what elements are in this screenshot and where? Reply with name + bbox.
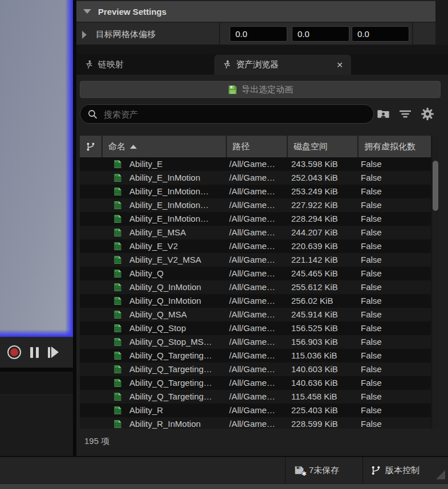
asset-virtualized: False [361, 376, 423, 390]
asset-disk-size: 115.036 KiB [291, 349, 360, 362]
left-panel-divider [0, 368, 73, 372]
table-row[interactable]: Ability_E /All/Game… 243.598 KiB False [80, 157, 431, 171]
target-mesh-offset-label: 目标网格体偏移 [96, 23, 156, 45]
table-row[interactable]: Ability_Q_MSA /All/Game… 245.914 KiB Fal… [80, 308, 431, 321]
asset-path: /All/Game… [229, 390, 289, 404]
settings-gear-icon[interactable] [421, 107, 434, 121]
search-icon [88, 109, 97, 119]
column-header-disk-size[interactable]: 磁盘空间 [288, 136, 357, 157]
animation-asset-icon [113, 160, 122, 169]
record-button[interactable] [7, 345, 21, 359]
table-row[interactable]: Ability_Q_InMotion /All/Game… 255.612 Ki… [80, 280, 431, 294]
table-row[interactable]: Ability_E_InMotion… /All/Game… 253.249 K… [80, 185, 431, 198]
unsaved-label: 7未保存 [309, 465, 339, 476]
table-row[interactable]: Ability_Q_InMotion /All/Game… 256.02 KiB… [80, 294, 431, 308]
table-row[interactable]: Ability_R_InMotion /All/Game… 228.599 Ki… [80, 417, 431, 429]
step-forward-icon [48, 347, 50, 358]
export-button-label: 导出选定动画 [242, 84, 293, 95]
column-header-chain[interactable] [80, 136, 101, 157]
source-control-button[interactable]: 版本控制 [371, 457, 420, 483]
filter-icon[interactable] [400, 109, 411, 119]
search-input[interactable] [103, 109, 366, 120]
pause-icon [36, 347, 39, 358]
animation-asset-icon [113, 269, 122, 278]
right-panel: Preview Settings 目标网格体偏移 链映射 资产浏览器 ✕ [76, 0, 448, 456]
asset-path: /All/Game… [229, 362, 289, 376]
column-label: 路径 [233, 141, 250, 152]
column-header-path[interactable]: 路径 [227, 136, 287, 157]
asset-name: Ability_Q_Targeting… [129, 390, 227, 404]
asset-virtualized: False [361, 185, 423, 198]
pause-icon [30, 347, 33, 358]
asset-name: Ability_E_InMotion [129, 171, 227, 185]
3d-preview-viewport[interactable] [0, 0, 73, 337]
asset-path: /All/Game… [229, 294, 289, 308]
asset-name: Ability_Q_Targeting… [129, 376, 227, 390]
table-row[interactable]: Ability_Q_Targeting… /All/Game… 115.458 … [80, 390, 431, 404]
column-header-virtualized[interactable]: 拥有虚拟化数 [359, 136, 431, 157]
table-row[interactable]: Ability_E_InMotion… /All/Game… 227.922 K… [80, 198, 431, 212]
animation-asset-icon [113, 406, 122, 415]
table-row[interactable]: Ability_E_MSA /All/Game… 244.207 KiB Fal… [80, 226, 431, 239]
search-box [80, 104, 374, 124]
tab-label: 链映射 [98, 59, 124, 70]
asset-name: Ability_Q [129, 267, 227, 280]
export-selected-animations-button[interactable]: 导出选定动画 [80, 81, 441, 98]
saved-search-folder-icon[interactable] [377, 109, 390, 119]
asset-virtualized: False [361, 226, 423, 239]
table-row[interactable]: Ability_E_InMotion /All/Game… 252.043 Ki… [80, 171, 431, 185]
asset-name: Ability_E_V2_MSA [129, 253, 227, 267]
tab-asset-browser[interactable]: 资产浏览器 ✕ [214, 55, 351, 75]
asset-name: Ability_R_InMotion [129, 417, 227, 429]
target-mesh-offset-row: 目标网格体偏移 [76, 23, 435, 45]
scrollbar-thumb[interactable] [433, 161, 438, 211]
table-row[interactable]: Ability_R /All/Game… 225.403 KiB False [80, 404, 431, 417]
asset-disk-size: 243.598 KiB [291, 157, 360, 171]
unsaved-files-button[interactable]: ✱ 7未保存 [294, 457, 339, 483]
asset-disk-size: 253.249 KiB [291, 185, 360, 198]
offset-z-field[interactable] [352, 26, 409, 42]
table-row[interactable]: Ability_Q /All/Game… 245.465 KiB False [80, 267, 431, 280]
status-bar: ✱ 7未保存 版本控制 [0, 456, 448, 483]
table-row[interactable]: Ability_E_InMotion… /All/Game… 228.294 K… [80, 212, 431, 226]
offset-x-field[interactable] [230, 26, 287, 42]
table-row[interactable]: Ability_Q_Targeting… /All/Game… 140.636 … [80, 376, 431, 390]
asset-disk-size: 228.599 KiB [291, 417, 360, 429]
animation-asset-icon [113, 201, 122, 210]
asset-virtualized: False [361, 267, 423, 280]
column-header-name[interactable]: 命名 [103, 136, 226, 157]
table-row[interactable]: Ability_Q_Stop /All/Game… 156.525 KiB Fa… [80, 321, 431, 335]
expand-arrow-icon[interactable] [82, 31, 87, 39]
table-row[interactable]: Ability_E_V2_MSA /All/Game… 221.142 KiB … [80, 253, 431, 267]
asset-path: /All/Game… [229, 185, 289, 198]
asset-virtualized: False [361, 198, 423, 212]
column-label: 命名 [108, 141, 125, 152]
vertical-scrollbar[interactable] [432, 136, 439, 429]
window-resize-grip[interactable] [436, 470, 445, 479]
collapse-arrow-icon [83, 9, 91, 14]
asset-disk-size: 256.02 KiB [291, 294, 360, 308]
offset-y-field[interactable] [292, 26, 349, 42]
table-row[interactable]: Ability_Q_Stop_MS… /All/Game… 156.903 Ki… [80, 335, 431, 349]
asset-name: Ability_E_InMotion… [129, 198, 227, 212]
asset-virtualized: False [361, 171, 423, 185]
close-tab-icon[interactable]: ✕ [336, 60, 343, 70]
asset-name: Ability_R [129, 404, 227, 417]
asset-disk-size: 140.636 KiB [291, 376, 360, 390]
animation-asset-icon [113, 173, 122, 182]
source-control-label: 版本控制 [385, 465, 420, 476]
step-forward-button[interactable] [48, 347, 59, 358]
table-row[interactable]: Ability_E_V2 /All/Game… 220.639 KiB Fals… [80, 239, 431, 253]
table-row[interactable]: Ability_Q_Targeting… /All/Game… 140.603 … [80, 362, 431, 376]
preview-settings-header[interactable]: Preview Settings [76, 1, 435, 22]
tab-chain-mapping[interactable]: 链映射 [76, 54, 207, 75]
animation-asset-icon [113, 214, 122, 223]
asset-disk-size: 252.043 KiB [291, 171, 360, 185]
asset-name: Ability_Q_Targeting… [129, 349, 227, 362]
pause-button[interactable] [30, 347, 39, 358]
version-control-branch-icon [371, 466, 381, 475]
table-row[interactable]: Ability_Q_Targeting… /All/Game… 115.036 … [80, 349, 431, 362]
asset-name: Ability_Q_Targeting… [129, 362, 227, 376]
animation-asset-icon [113, 351, 122, 360]
tab-bar: 链映射 资产浏览器 ✕ [76, 54, 448, 75]
